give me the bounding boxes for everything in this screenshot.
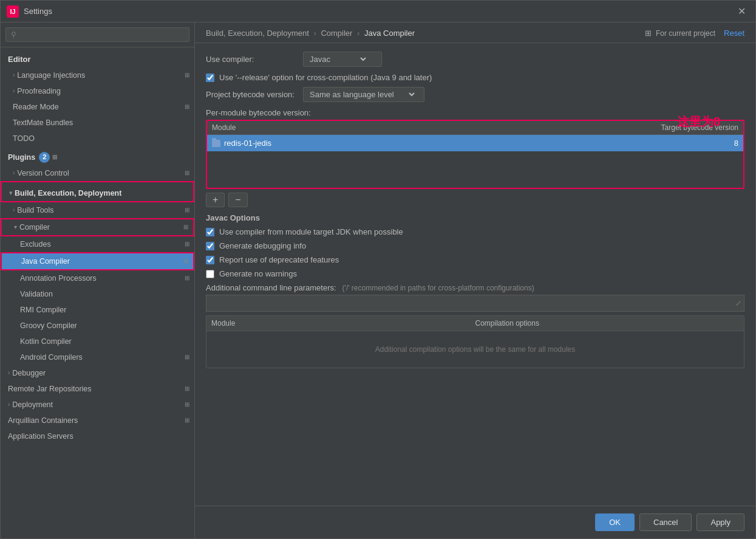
arrow-icon: › — [8, 368, 10, 378]
bytecode-version-select[interactable]: Same as language level 8 11 17 — [303, 87, 424, 102]
use-compiler-row: Use compiler: Javac Eclipse Ajc — [206, 52, 744, 67]
bytecode-version-select-input[interactable]: Same as language level 8 11 17 — [307, 89, 417, 100]
badge-icon: ⊞ — [183, 222, 188, 232]
window-title: Settings — [24, 7, 734, 16]
cmdline-input[interactable]: ⤢ — [206, 295, 744, 312]
apply-button[interactable]: Apply — [696, 513, 744, 531]
arrow-icon: ▾ — [14, 222, 17, 232]
sidebar-item-remote-jar[interactable]: Remote Jar Repositories ⊞ — [1, 381, 194, 397]
sidebar-item-android-compilers[interactable]: Android Compilers ⊞ — [1, 349, 194, 365]
badge-icon: ⊞ — [185, 70, 189, 80]
sidebar-item-rmi-compiler[interactable]: RMI Compiler — [1, 302, 194, 318]
check-debugging-row: Generate debugging info — [206, 241, 744, 250]
arrow-icon: › — [8, 400, 10, 410]
sidebar-item-kotlin-compiler[interactable]: Kotlin Compiler — [1, 334, 194, 349]
search-bar — [1, 22, 194, 47]
check-deprecated-row: Report use of deprecated features — [206, 255, 744, 264]
remove-module-button[interactable]: − — [228, 193, 247, 207]
use-compiler-select[interactable]: Javac Eclipse Ajc — [303, 52, 382, 67]
module-target-checkbox[interactable] — [206, 228, 214, 236]
bytecode-version-label: Project bytecode version: — [206, 90, 303, 99]
module-table-row[interactable]: redis-01-jedis 8 — [207, 135, 743, 151]
arrow-icon: › — [13, 205, 15, 215]
breadcrumb: Build, Execution, Deployment › Compiler … — [206, 29, 645, 38]
table-actions: + − — [206, 193, 744, 207]
badge-icon: ⊞ — [185, 239, 189, 249]
sidebar-section-editor[interactable]: Editor — [1, 50, 194, 67]
sidebar-item-proofreading[interactable]: › Proofreading — [1, 83, 194, 99]
module-col-header: Module — [212, 123, 629, 132]
deprecated-checkbox[interactable] — [206, 256, 214, 264]
plugin-count-badge: 2 — [39, 152, 50, 163]
arrow-icon: › — [13, 168, 15, 178]
module-target-label[interactable]: Use compiler from module target JDK when… — [219, 227, 403, 236]
badge-icon: ⊞ — [185, 400, 189, 410]
module-table: Module Target bytecode version redis-01-… — [206, 120, 744, 189]
cancel-button[interactable]: Cancel — [639, 513, 692, 531]
use-compiler-label: Use compiler: — [206, 55, 303, 64]
badge-icon: ⊞ — [185, 102, 189, 112]
badge-icon: ⊞ — [185, 168, 189, 178]
override-col2-header: Compilation options — [475, 319, 740, 328]
sidebar-item-arquillian[interactable]: Arquillian Containers ⊞ — [1, 413, 194, 428]
arrow-icon: › — [13, 70, 15, 80]
check-module-target-row: Use compiler from module target JDK when… — [206, 227, 744, 236]
sidebar-item-validation[interactable]: Validation — [1, 286, 194, 302]
badge-icon: ⊞ — [185, 205, 189, 215]
module-section: Module Target bytecode version redis-01-… — [206, 120, 744, 189]
javac-options-title: Javac Options — [206, 213, 744, 222]
expand-icon[interactable]: ⤢ — [735, 299, 741, 307]
badge-icon: ⊞ — [183, 256, 188, 266]
search-input[interactable] — [5, 27, 189, 42]
close-button[interactable]: ✕ — [734, 4, 749, 18]
sidebar-item-todo[interactable]: TODO — [1, 131, 194, 146]
right-panel: Build, Execution, Deployment › Compiler … — [195, 22, 755, 538]
sidebar-item-excludes[interactable]: Excludes ⊞ — [1, 236, 194, 252]
compiler-select-input[interactable]: Javac Eclipse Ajc — [307, 54, 368, 64]
override-table: Module Compilation options Additional co… — [206, 315, 744, 368]
sidebar-section-build[interactable]: ▾ Build, Execution, Deployment — [1, 181, 194, 202]
sidebar-item-app-servers[interactable]: Application Servers — [1, 428, 194, 444]
chinese-annotation: 这里为8 — [677, 114, 720, 130]
sidebar-item-version-control[interactable]: › Version Control ⊞ — [1, 165, 194, 181]
sidebar-item-language-injections[interactable]: › Language Injections ⊞ — [1, 67, 194, 83]
arrow-icon: ▾ — [9, 188, 12, 198]
sidebar-item-deployment[interactable]: › Deployment ⊞ — [1, 397, 194, 413]
no-warnings-label[interactable]: Generate no warnings — [219, 269, 297, 278]
add-module-button[interactable]: + — [206, 193, 225, 207]
debugging-checkbox[interactable] — [206, 242, 214, 250]
sidebar-item-compiler[interactable]: ▾ Compiler ⊞ — [1, 218, 194, 236]
debugging-label[interactable]: Generate debugging info — [219, 241, 306, 250]
release-option-label[interactable]: Use '--release' option for cross-compila… — [219, 73, 432, 82]
sidebar-item-java-compiler[interactable]: Java Compiler ⊞ — [1, 252, 194, 270]
panel-header: Build, Execution, Deployment › Compiler … — [195, 22, 755, 43]
badge-icon: ⊞ — [185, 273, 189, 283]
title-bar: IJ Settings ✕ — [1, 1, 755, 22]
sidebar-tree: Editor › Language Injections ⊞ › Proofre… — [1, 47, 194, 538]
check-no-warnings-row: Generate no warnings — [206, 269, 744, 278]
no-warnings-checkbox[interactable] — [206, 270, 214, 278]
cmdline-hint: ('/' recommended in paths for cross-plat… — [342, 284, 534, 292]
main-content: Editor › Language Injections ⊞ › Proofre… — [1, 22, 755, 538]
module-table-header: Module Target bytecode version — [207, 121, 743, 135]
sidebar-item-debugger[interactable]: › Debugger — [1, 365, 194, 381]
sidebar-item-build-tools[interactable]: › Build Tools ⊞ — [1, 202, 194, 218]
sidebar-section-plugins[interactable]: Plugins 2 ⊞ — [1, 146, 194, 165]
bottom-bar: OK Cancel Apply — [195, 506, 755, 538]
override-col1-header: Module — [211, 319, 475, 328]
release-option-checkbox[interactable] — [206, 74, 214, 82]
sidebar-item-annotation-processors[interactable]: Annotation Processors ⊞ — [1, 270, 194, 286]
arrow-icon: › — [13, 86, 15, 96]
sidebar-item-textmate-bundles[interactable]: TextMate Bundles — [1, 115, 194, 131]
override-hint: Additional compilation options will be t… — [375, 345, 576, 354]
ok-button[interactable]: OK — [595, 513, 635, 531]
badge-icon: ⊞ — [52, 153, 57, 162]
override-table-header: Module Compilation options — [206, 316, 744, 331]
cmdline-label: Additional command line parameters: — [206, 283, 336, 292]
sidebar-item-reader-mode[interactable]: Reader Mode ⊞ — [1, 99, 194, 115]
sidebar-item-groovy-compiler[interactable]: Groovy Compiler — [1, 318, 194, 334]
bytecode-version-row: Project bytecode version: Same as langua… — [206, 87, 744, 102]
reset-button[interactable]: Reset — [724, 29, 744, 38]
settings-window: IJ Settings ✕ Editor › Language Injectio… — [0, 0, 756, 539]
deprecated-label[interactable]: Report use of deprecated features — [219, 255, 339, 264]
